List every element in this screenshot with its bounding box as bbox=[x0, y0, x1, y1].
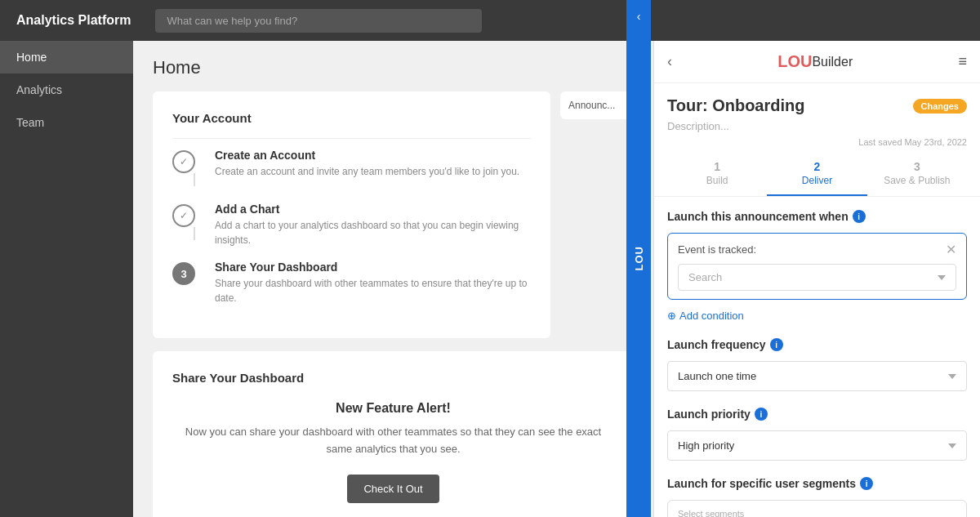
launch-when-section: Launch this announcement when i Event is… bbox=[667, 210, 967, 322]
announce-label: Announc... bbox=[568, 100, 615, 111]
topbar: Analytics Platform bbox=[0, 0, 980, 41]
sidebar-item-team[interactable]: Team bbox=[0, 106, 133, 139]
event-label: Event is tracked: bbox=[678, 243, 756, 256]
nav-step-build-label: Build bbox=[706, 175, 728, 186]
tour-description: Description... bbox=[667, 120, 967, 132]
nav-step-build[interactable]: 1 Build bbox=[667, 160, 767, 196]
step-desc-3: Share your dashboard with other teammate… bbox=[215, 276, 531, 305]
logo-builder-text: Builder bbox=[812, 55, 853, 69]
step-title-3: Share Your Dashboard bbox=[215, 261, 531, 274]
page-title: Home bbox=[153, 57, 634, 78]
nav-step-publish-num: 3 bbox=[867, 160, 967, 173]
sidebar-item-label-analytics: Analytics bbox=[16, 83, 62, 96]
step-desc-1: Create an account and invite any team me… bbox=[215, 164, 519, 179]
launch-priority-label: Launch priority i bbox=[667, 408, 967, 421]
app-logo: Analytics Platform bbox=[16, 13, 131, 28]
launch-segments-info-icon: i bbox=[860, 477, 873, 490]
search-container bbox=[155, 9, 482, 33]
launch-segments-label: Launch for specific user segments i bbox=[667, 477, 967, 490]
launch-when-label: Launch this announcement when i bbox=[667, 210, 967, 223]
step-item-1: ✓ Create an Account Create an account an… bbox=[172, 149, 531, 189]
segments-sub-label: Select segments bbox=[678, 509, 956, 517]
step-item-3: 3 Share Your Dashboard Share your dashbo… bbox=[172, 261, 531, 305]
step-title-1: Create an Account bbox=[215, 149, 519, 162]
nav-step-deliver-num: 2 bbox=[767, 160, 866, 173]
step-icon-1: ✓ bbox=[172, 150, 195, 173]
your-account-card: Your Account ✓ Create an Account Create … bbox=[153, 91, 550, 338]
panel-header: ‹ LOU Builder ≡ bbox=[654, 41, 980, 83]
step-desc-2: Add a chart to your analytics dashboard … bbox=[215, 218, 531, 247]
step-item-2: ✓ Add a Chart Add a chart to your analyt… bbox=[172, 203, 531, 247]
add-condition-plus-icon: ⊕ bbox=[667, 310, 676, 322]
launch-when-info-icon: i bbox=[853, 210, 866, 223]
logo-lou-text: LOU bbox=[777, 52, 812, 71]
nav-step-deliver-label: Deliver bbox=[802, 175, 832, 186]
sidebar: Home Analytics Team bbox=[0, 41, 133, 517]
main-layout: Home Analytics Team Home Your Account ✓ bbox=[0, 41, 980, 517]
back-button[interactable]: ‹ bbox=[667, 53, 672, 70]
add-condition-label: Add condition bbox=[679, 310, 744, 322]
launch-segments-section: Launch for specific user segments i Sele… bbox=[667, 477, 967, 517]
tour-title: Tour: Onboarding bbox=[667, 96, 805, 115]
your-account-title: Your Account bbox=[172, 111, 531, 125]
event-search-select[interactable]: Search bbox=[678, 264, 956, 291]
launch-priority-section: Launch priority i High priority bbox=[667, 408, 967, 461]
changes-badge: Changes bbox=[913, 99, 967, 114]
steps-nav: 1 Build 2 Deliver 3 Save & Publish bbox=[654, 160, 980, 197]
share-dashboard-card: Share Your Dashboard New Feature Alert! … bbox=[153, 351, 634, 517]
alert-desc: Now you can share your dashboard with ot… bbox=[172, 424, 614, 458]
share-dashboard-title: Share Your Dashboard bbox=[172, 371, 614, 385]
check-it-out-button[interactable]: Check It Out bbox=[347, 475, 439, 503]
panel-body: Launch this announcement when i Event is… bbox=[654, 197, 980, 517]
search-input[interactable] bbox=[155, 9, 482, 33]
nav-step-publish[interactable]: 3 Save & Publish bbox=[867, 160, 967, 196]
alert-title: New Feature Alert! bbox=[172, 401, 614, 416]
launch-priority-info-icon: i bbox=[755, 408, 768, 421]
event-box: Event is tracked: ✕ Search bbox=[667, 233, 967, 300]
content-area: Home Your Account ✓ Create an Account Cr… bbox=[133, 41, 653, 517]
panel-logo: LOU Builder bbox=[777, 52, 853, 71]
announce-card: Announc... bbox=[560, 91, 634, 119]
launch-priority-select[interactable]: High priority bbox=[667, 430, 967, 461]
nav-step-publish-label: Save & Publish bbox=[884, 175, 950, 186]
sidebar-item-analytics[interactable]: Analytics bbox=[0, 74, 133, 106]
event-close-button[interactable]: ✕ bbox=[946, 242, 956, 257]
add-condition-button[interactable]: ⊕ Add condition bbox=[667, 310, 967, 322]
right-panel: ‹ LOU Builder ≡ Tour: Onboarding Changes… bbox=[653, 41, 980, 517]
panel-menu-icon[interactable]: ≡ bbox=[958, 53, 967, 70]
lou-toggle-button[interactable]: ‹ LOU bbox=[626, 41, 651, 517]
nav-step-build-num: 1 bbox=[667, 160, 767, 173]
launch-frequency-label: Launch frequency i bbox=[667, 338, 967, 351]
toggle-label: LOU bbox=[633, 246, 645, 270]
sidebar-item-home[interactable]: Home bbox=[0, 41, 133, 74]
panel-title-area: Tour: Onboarding Changes Description... … bbox=[654, 83, 980, 154]
step-icon-2: ✓ bbox=[172, 204, 195, 227]
sidebar-item-label-team: Team bbox=[16, 116, 44, 129]
step-title-2: Add a Chart bbox=[215, 203, 531, 216]
nav-step-deliver[interactable]: 2 Deliver bbox=[767, 160, 866, 196]
launch-frequency-info-icon: i bbox=[770, 338, 783, 351]
launch-frequency-select[interactable]: Launch one time bbox=[667, 361, 967, 391]
step-icon-3: 3 bbox=[172, 262, 195, 285]
launch-frequency-section: Launch frequency i Launch one time bbox=[667, 338, 967, 391]
last-saved-text: Last saved May 23rd, 2022 bbox=[667, 137, 967, 147]
sidebar-item-label-home: Home bbox=[16, 51, 47, 64]
